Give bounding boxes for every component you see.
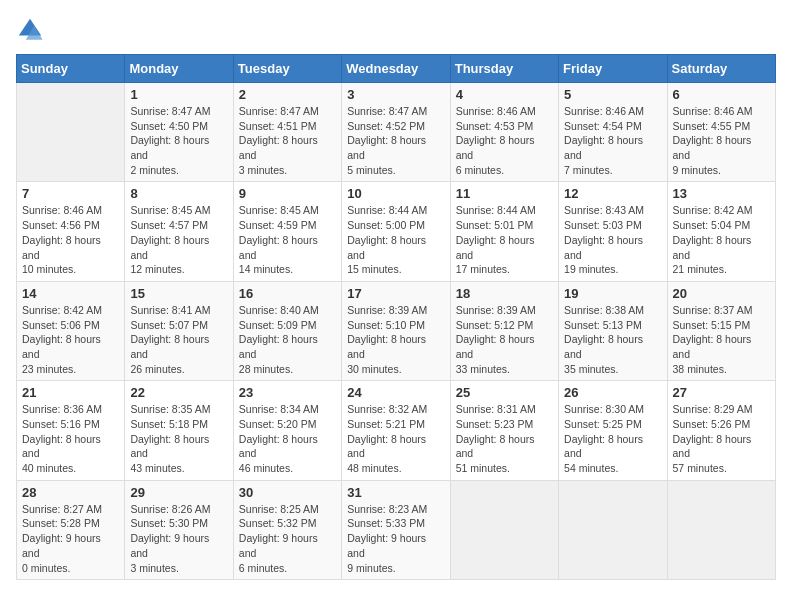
calendar-cell: 7Sunrise: 8:46 AMSunset: 4:56 PMDaylight… bbox=[17, 182, 125, 281]
sunset-text: Sunset: 4:52 PM bbox=[347, 119, 444, 134]
day-info: Sunrise: 8:46 AMSunset: 4:53 PMDaylight:… bbox=[456, 104, 553, 177]
day-info: Sunrise: 8:45 AMSunset: 4:57 PMDaylight:… bbox=[130, 203, 227, 276]
sunset-text: Sunset: 5:18 PM bbox=[130, 417, 227, 432]
daylight-text-cont: 19 minutes. bbox=[564, 262, 661, 277]
day-info: Sunrise: 8:31 AMSunset: 5:23 PMDaylight:… bbox=[456, 402, 553, 475]
sunrise-text: Sunrise: 8:42 AM bbox=[673, 203, 770, 218]
day-info: Sunrise: 8:36 AMSunset: 5:16 PMDaylight:… bbox=[22, 402, 119, 475]
day-info: Sunrise: 8:46 AMSunset: 4:54 PMDaylight:… bbox=[564, 104, 661, 177]
day-info: Sunrise: 8:44 AMSunset: 5:00 PMDaylight:… bbox=[347, 203, 444, 276]
daylight-text: Daylight: 8 hours and bbox=[673, 133, 770, 162]
sunrise-text: Sunrise: 8:44 AM bbox=[347, 203, 444, 218]
daylight-text-cont: 3 minutes. bbox=[130, 561, 227, 576]
logo bbox=[16, 16, 48, 44]
day-number: 15 bbox=[130, 286, 227, 301]
calendar-cell bbox=[17, 83, 125, 182]
sunrise-text: Sunrise: 8:36 AM bbox=[22, 402, 119, 417]
sunrise-text: Sunrise: 8:31 AM bbox=[456, 402, 553, 417]
calendar-cell bbox=[559, 480, 667, 579]
daylight-text-cont: 7 minutes. bbox=[564, 163, 661, 178]
sunrise-text: Sunrise: 8:47 AM bbox=[130, 104, 227, 119]
sunrise-text: Sunrise: 8:38 AM bbox=[564, 303, 661, 318]
daylight-text: Daylight: 8 hours and bbox=[347, 233, 444, 262]
calendar-header-tuesday: Tuesday bbox=[233, 55, 341, 83]
calendar-header-sunday: Sunday bbox=[17, 55, 125, 83]
sunrise-text: Sunrise: 8:25 AM bbox=[239, 502, 336, 517]
daylight-text-cont: 21 minutes. bbox=[673, 262, 770, 277]
sunset-text: Sunset: 5:28 PM bbox=[22, 516, 119, 531]
calendar-cell bbox=[450, 480, 558, 579]
calendar-header-saturday: Saturday bbox=[667, 55, 775, 83]
sunrise-text: Sunrise: 8:47 AM bbox=[347, 104, 444, 119]
daylight-text-cont: 28 minutes. bbox=[239, 362, 336, 377]
sunset-text: Sunset: 5:13 PM bbox=[564, 318, 661, 333]
daylight-text-cont: 6 minutes. bbox=[239, 561, 336, 576]
sunrise-text: Sunrise: 8:30 AM bbox=[564, 402, 661, 417]
daylight-text-cont: 23 minutes. bbox=[22, 362, 119, 377]
sunrise-text: Sunrise: 8:47 AM bbox=[239, 104, 336, 119]
daylight-text: Daylight: 8 hours and bbox=[564, 432, 661, 461]
daylight-text-cont: 43 minutes. bbox=[130, 461, 227, 476]
sunset-text: Sunset: 5:20 PM bbox=[239, 417, 336, 432]
day-number: 7 bbox=[22, 186, 119, 201]
day-number: 4 bbox=[456, 87, 553, 102]
day-number: 20 bbox=[673, 286, 770, 301]
sunrise-text: Sunrise: 8:37 AM bbox=[673, 303, 770, 318]
daylight-text-cont: 3 minutes. bbox=[239, 163, 336, 178]
daylight-text-cont: 40 minutes. bbox=[22, 461, 119, 476]
day-number: 14 bbox=[22, 286, 119, 301]
daylight-text-cont: 30 minutes. bbox=[347, 362, 444, 377]
sunrise-text: Sunrise: 8:23 AM bbox=[347, 502, 444, 517]
day-number: 28 bbox=[22, 485, 119, 500]
sunrise-text: Sunrise: 8:43 AM bbox=[564, 203, 661, 218]
calendar-cell: 1Sunrise: 8:47 AMSunset: 4:50 PMDaylight… bbox=[125, 83, 233, 182]
daylight-text-cont: 38 minutes. bbox=[673, 362, 770, 377]
daylight-text-cont: 57 minutes. bbox=[673, 461, 770, 476]
sunset-text: Sunset: 5:15 PM bbox=[673, 318, 770, 333]
day-info: Sunrise: 8:41 AMSunset: 5:07 PMDaylight:… bbox=[130, 303, 227, 376]
daylight-text-cont: 17 minutes. bbox=[456, 262, 553, 277]
day-info: Sunrise: 8:47 AMSunset: 4:51 PMDaylight:… bbox=[239, 104, 336, 177]
sunrise-text: Sunrise: 8:39 AM bbox=[347, 303, 444, 318]
sunrise-text: Sunrise: 8:46 AM bbox=[22, 203, 119, 218]
sunrise-text: Sunrise: 8:46 AM bbox=[564, 104, 661, 119]
day-number: 2 bbox=[239, 87, 336, 102]
daylight-text: Daylight: 8 hours and bbox=[239, 332, 336, 361]
calendar-cell: 26Sunrise: 8:30 AMSunset: 5:25 PMDayligh… bbox=[559, 381, 667, 480]
sunset-text: Sunset: 4:50 PM bbox=[130, 119, 227, 134]
calendar-cell: 8Sunrise: 8:45 AMSunset: 4:57 PMDaylight… bbox=[125, 182, 233, 281]
daylight-text-cont: 48 minutes. bbox=[347, 461, 444, 476]
daylight-text: Daylight: 9 hours and bbox=[130, 531, 227, 560]
day-info: Sunrise: 8:27 AMSunset: 5:28 PMDaylight:… bbox=[22, 502, 119, 575]
day-number: 23 bbox=[239, 385, 336, 400]
day-number: 12 bbox=[564, 186, 661, 201]
daylight-text-cont: 46 minutes. bbox=[239, 461, 336, 476]
day-info: Sunrise: 8:37 AMSunset: 5:15 PMDaylight:… bbox=[673, 303, 770, 376]
sunset-text: Sunset: 5:06 PM bbox=[22, 318, 119, 333]
calendar-week-4: 21Sunrise: 8:36 AMSunset: 5:16 PMDayligh… bbox=[17, 381, 776, 480]
day-number: 17 bbox=[347, 286, 444, 301]
daylight-text: Daylight: 8 hours and bbox=[456, 233, 553, 262]
daylight-text: Daylight: 8 hours and bbox=[564, 233, 661, 262]
sunset-text: Sunset: 5:16 PM bbox=[22, 417, 119, 432]
day-number: 21 bbox=[22, 385, 119, 400]
day-number: 31 bbox=[347, 485, 444, 500]
daylight-text-cont: 51 minutes. bbox=[456, 461, 553, 476]
calendar-cell bbox=[667, 480, 775, 579]
day-info: Sunrise: 8:47 AMSunset: 4:52 PMDaylight:… bbox=[347, 104, 444, 177]
day-info: Sunrise: 8:38 AMSunset: 5:13 PMDaylight:… bbox=[564, 303, 661, 376]
sunrise-text: Sunrise: 8:35 AM bbox=[130, 402, 227, 417]
daylight-text: Daylight: 8 hours and bbox=[673, 432, 770, 461]
sunset-text: Sunset: 4:53 PM bbox=[456, 119, 553, 134]
day-info: Sunrise: 8:47 AMSunset: 4:50 PMDaylight:… bbox=[130, 104, 227, 177]
sunrise-text: Sunrise: 8:44 AM bbox=[456, 203, 553, 218]
day-number: 5 bbox=[564, 87, 661, 102]
logo-icon bbox=[16, 16, 44, 44]
calendar-header-monday: Monday bbox=[125, 55, 233, 83]
sunset-text: Sunset: 5:04 PM bbox=[673, 218, 770, 233]
day-info: Sunrise: 8:42 AMSunset: 5:04 PMDaylight:… bbox=[673, 203, 770, 276]
daylight-text: Daylight: 8 hours and bbox=[456, 133, 553, 162]
daylight-text-cont: 2 minutes. bbox=[130, 163, 227, 178]
sunrise-text: Sunrise: 8:26 AM bbox=[130, 502, 227, 517]
sunrise-text: Sunrise: 8:46 AM bbox=[673, 104, 770, 119]
